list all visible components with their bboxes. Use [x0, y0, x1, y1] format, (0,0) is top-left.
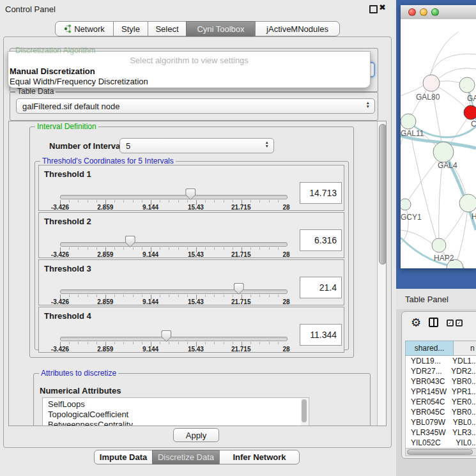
table-data-combobox[interactable]: galFiltered.sif default node ▲▼ — [16, 98, 375, 114]
tab-infer-network[interactable]: Infer Network — [219, 450, 300, 464]
list-item[interactable]: SelfLoops — [48, 399, 309, 410]
float-icon[interactable] — [369, 5, 378, 13]
tab-style[interactable]: Style — [113, 21, 148, 36]
attributes-list[interactable]: SelfLoops TopologicalCoefficient Between… — [42, 397, 309, 426]
node — [459, 194, 476, 212]
tab-discretize-data[interactable]: Discretize Data — [152, 450, 220, 464]
edge — [430, 32, 458, 75]
slider-track[interactable] — [60, 242, 288, 247]
zoom-traffic-icon[interactable] — [431, 8, 439, 16]
tick-label: -3.426 — [51, 251, 69, 258]
table-row[interactable]: YPR145WYPR1... — [406, 387, 476, 397]
tab-network[interactable]: Network — [55, 21, 114, 36]
stepper-icon: ▲▼ — [366, 101, 370, 108]
threshold-panel: Threshold 2 -3.4262.8599.14415.4321.7152… — [38, 212, 344, 258]
tab-jactivemnodules[interactable]: jActiveMNodules — [255, 21, 340, 36]
table-row[interactable]: YDR27...YDR2... — [406, 366, 476, 376]
stepper-icon: ▲▼ — [265, 141, 269, 148]
tab-label: Select — [155, 24, 178, 34]
apply-button[interactable]: Apply — [173, 428, 219, 442]
table-hscrollbar[interactable] — [405, 448, 476, 456]
network-window-titlebar[interactable] — [401, 5, 476, 20]
table-cell[interactable]: YBL079W — [406, 417, 450, 427]
slider-track[interactable] — [60, 195, 288, 199]
table-cell[interactable]: YIL052C — [406, 438, 452, 448]
list-item[interactable]: TopologicalCoefficient — [48, 410, 309, 420]
table-cell[interactable]: YPR145W — [406, 387, 449, 397]
column-header-name[interactable]: n — [454, 341, 476, 356]
table-row[interactable]: YLR345WYLR3... — [406, 427, 476, 438]
table-cell[interactable]: YBR043C — [406, 376, 449, 387]
close-traffic-icon[interactable] — [408, 8, 416, 16]
checkbox-icon[interactable]: ✓ — [447, 319, 454, 326]
threshold-value-field[interactable]: 11.344 — [300, 324, 342, 346]
edge — [455, 203, 468, 267]
table-cell[interactable]: YER0... — [449, 397, 476, 407]
threshold-panel: Threshold 3 -3.4262.8599.14415.4321.7152… — [38, 259, 344, 305]
tab-impute-data[interactable]: Impute Data — [94, 450, 153, 464]
minimize-traffic-icon[interactable] — [420, 8, 427, 16]
threshold-value-field[interactable]: 21.4 — [300, 277, 342, 298]
threshold-value-field[interactable]: 6.316 — [300, 229, 342, 251]
tab-cyni-toolbox[interactable]: Cyni Toolbox — [186, 21, 256, 36]
table-body[interactable]: YDL19...YDL1...YDR27...YDR2...YBR043CYBR… — [405, 356, 476, 448]
tick-label: 9.144 — [142, 251, 158, 258]
group-title: Interval Definition — [35, 122, 98, 131]
table-cell[interactable]: YLR345W — [406, 427, 449, 438]
table-cell[interactable]: YBR0... — [449, 376, 476, 387]
column-header-shared[interactable]: shared... — [405, 341, 454, 356]
tab-label: Impute Data — [100, 452, 147, 462]
table-row[interactable]: YIL052CYIL0... — [406, 438, 476, 448]
table-row[interactable]: YBR045CYBR0... — [406, 407, 476, 417]
network-canvas[interactable]: GAL80 GA C GAL11 GAL4 GCY1 H HAP2 — [401, 19, 476, 268]
gear-icon[interactable]: ⚙ — [411, 316, 421, 330]
settings-scroll-pane: Interval Definition Number of Intervals … — [8, 121, 387, 426]
list-scrollbar[interactable] — [301, 399, 308, 426]
tab-label: Network — [74, 24, 105, 34]
node-gcy1 — [401, 199, 411, 210]
scrollbar-thumb[interactable] — [407, 449, 473, 455]
group-title: Attributes to discretize — [39, 369, 118, 378]
table-cell[interactable]: YPR1... — [449, 387, 476, 397]
scrollbar-thumb[interactable] — [379, 124, 387, 265]
tick-label: -3.426 — [51, 204, 69, 211]
threshold-label: Threshold 3 — [44, 264, 91, 273]
table-row[interactable]: YER054CYER0... — [406, 397, 476, 407]
threshold-value-field[interactable]: 14.713 — [300, 182, 342, 204]
table-cell[interactable]: YER054C — [406, 397, 449, 407]
table-cell[interactable]: YBR045C — [406, 407, 449, 417]
popup-item-equal-width[interactable]: Equal Width/Frequency Discretization — [10, 77, 148, 86]
table-cell[interactable]: YBL0... — [450, 417, 476, 427]
table-row[interactable]: YDL19...YDL1... — [406, 356, 476, 366]
tick-label: 21.715 — [231, 251, 251, 258]
tick-label: 9.144 — [142, 346, 158, 353]
node-label: H — [472, 212, 476, 221]
tab-select[interactable]: Select — [148, 21, 187, 36]
slider-scale: -3.4262.8599.14415.4321.71528 — [60, 204, 286, 211]
table-row[interactable]: YBR043CYBR0... — [406, 376, 476, 387]
table-cell[interactable]: YIL0... — [452, 438, 476, 448]
tick-label: 9.144 — [142, 298, 158, 305]
pane-scrollbar[interactable] — [377, 121, 387, 426]
group-title: Table Data — [15, 87, 56, 96]
columns-icon[interactable] — [429, 318, 438, 327]
list-item[interactable]: BetweennessCentrality — [48, 420, 309, 426]
tick-label: 2.859 — [97, 298, 113, 305]
discretization-algorithm-title: Discretization Algorithm — [15, 46, 95, 55]
checkbox-icon[interactable]: ✓ — [456, 319, 463, 326]
tab-label: Discretize Data — [158, 452, 214, 462]
table-cell[interactable]: YBR0... — [449, 407, 476, 417]
table-row[interactable]: YBL079WYBL0... — [406, 417, 476, 427]
table-cell[interactable]: YDR27... — [406, 366, 448, 376]
table-cell[interactable]: YDL19... — [406, 356, 449, 366]
table-cell[interactable]: YDL1... — [449, 356, 476, 366]
table-cell[interactable]: YLR3... — [449, 427, 476, 438]
slider-track[interactable] — [60, 289, 288, 294]
number-of-intervals-combobox[interactable]: 5 ▲▼ — [119, 138, 274, 153]
table-cell[interactable]: YDR2... — [448, 366, 476, 376]
tick-label: 15.43 — [188, 251, 204, 258]
popup-item-manual[interactable]: Manual Discretization — [10, 66, 95, 76]
tick-label: 9.144 — [142, 204, 158, 211]
slider-track[interactable] — [60, 337, 288, 341]
close-icon[interactable]: ✖ — [379, 3, 386, 12]
